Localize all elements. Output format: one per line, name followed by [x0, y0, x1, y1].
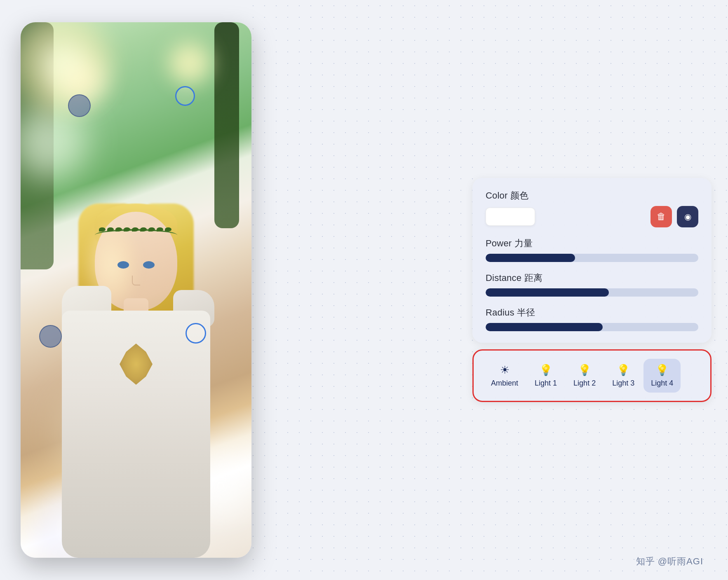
eye-icon: ◉: [684, 212, 691, 222]
light4-icon: 💡: [655, 364, 669, 377]
crown-leaf-2: [107, 227, 114, 232]
power-slider[interactable]: [486, 254, 698, 262]
distance-header: Distance 距离: [486, 272, 698, 284]
crown-leaf-5: [132, 227, 139, 232]
controls-card: Color 颜色 🗑 ◉ Power 力量: [472, 178, 712, 343]
elf-nose: [132, 276, 140, 285]
elf-crown: [95, 229, 177, 241]
light4-label: Light 4: [651, 379, 673, 388]
ambient-icon: ☀: [500, 364, 510, 377]
right-panel: Color 颜色 🗑 ◉ Power 力量: [472, 178, 712, 402]
radius-label: Radius 半径: [486, 306, 535, 319]
color-row: 🗑 ◉: [486, 206, 698, 227]
main-container: Color 颜色 🗑 ◉ Power 力量: [0, 0, 728, 580]
crown-leaf-1: [99, 227, 106, 232]
color-swatch[interactable]: [486, 208, 535, 226]
light-handle-3[interactable]: [39, 325, 62, 348]
delete-button[interactable]: 🗑: [651, 206, 672, 227]
tab-light3[interactable]: 💡 Light 3: [605, 359, 642, 393]
elf-dress: [62, 311, 210, 558]
crown-leaf-3: [115, 227, 122, 232]
distance-label: Distance 距离: [486, 272, 542, 284]
light3-icon: 💡: [617, 364, 630, 377]
radius-slider-fill: [486, 323, 603, 331]
elf-figure: [49, 187, 223, 558]
crown-leaf-7: [148, 227, 155, 232]
elf-eye-right: [143, 261, 155, 269]
distance-slider[interactable]: [486, 288, 698, 297]
power-slider-fill: [486, 254, 575, 262]
visibility-button[interactable]: ◉: [677, 206, 698, 227]
light1-icon: 💡: [539, 364, 552, 377]
light-handle-2[interactable]: [175, 86, 195, 106]
radius-slider[interactable]: [486, 323, 698, 331]
light3-label: Light 3: [612, 379, 634, 388]
color-header: Color 颜色: [486, 189, 698, 202]
power-control-group: Power 力量: [486, 237, 698, 262]
bokeh-3: [169, 43, 210, 84]
elf-eye-left: [117, 261, 129, 269]
radius-control-group: Radius 半径: [486, 306, 698, 331]
power-label: Power 力量: [486, 237, 533, 250]
dress-emblem: [120, 344, 153, 385]
distance-control-group: Distance 距离: [486, 272, 698, 297]
light-handle-1[interactable]: [68, 94, 91, 117]
tab-ambient[interactable]: ☀ Ambient: [484, 359, 526, 393]
color-control-group: Color 颜色 🗑 ◉: [486, 189, 698, 227]
crown-leaf-8: [157, 227, 163, 232]
tabs-card: ☀ Ambient 💡 Light 1 💡 Light 2 💡 Light 3 …: [472, 349, 712, 402]
crown-leaf-6: [140, 227, 147, 232]
light1-label: Light 1: [535, 379, 557, 388]
trash-icon: 🗑: [657, 211, 666, 222]
ambient-label: Ambient: [491, 379, 518, 388]
light-handle-4[interactable]: [186, 323, 206, 344]
watermark: 知乎 @听雨AGI: [636, 555, 703, 568]
power-header: Power 力量: [486, 237, 698, 250]
crown-leaf-4: [124, 227, 130, 232]
distance-slider-fill: [486, 288, 609, 297]
color-label: Color 颜色: [486, 189, 528, 202]
portrait-card: [21, 22, 251, 558]
tab-light4[interactable]: 💡 Light 4: [643, 359, 681, 393]
crown-leaf-9: [165, 227, 171, 232]
light2-label: Light 2: [573, 379, 596, 388]
portrait-background: [21, 22, 251, 558]
radius-header: Radius 半径: [486, 306, 698, 319]
tabs-row: ☀ Ambient 💡 Light 1 💡 Light 2 💡 Light 3 …: [484, 359, 700, 393]
tab-light2[interactable]: 💡 Light 2: [566, 359, 603, 393]
light2-icon: 💡: [578, 364, 591, 377]
image-area: [0, 0, 272, 580]
tab-light1[interactable]: 💡 Light 1: [527, 359, 564, 393]
